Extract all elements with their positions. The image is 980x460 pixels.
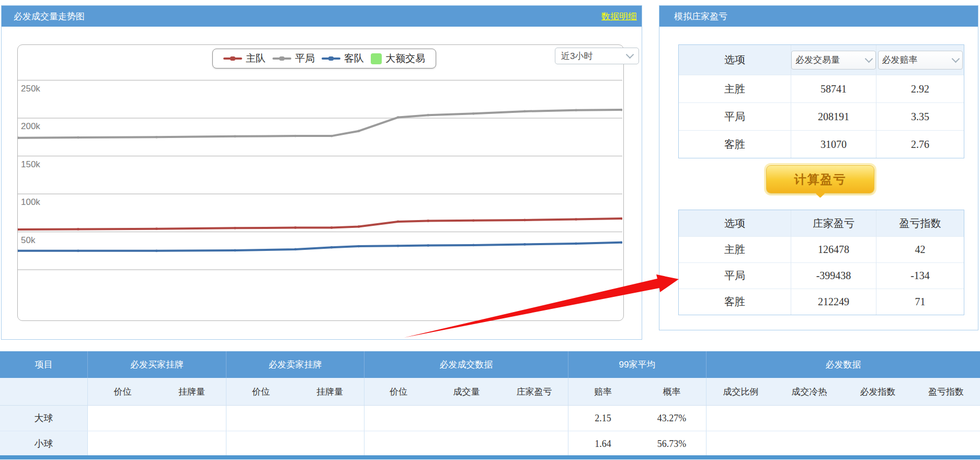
calculate-pnl-button[interactable]: 计算盈亏 [766,165,874,193]
group-header: 必发买家挂牌 [88,351,226,378]
table-cell [364,406,432,431]
chart-panel-title: 必发成交量走势图 [2,10,85,22]
legend-item-draw: 平局 [272,52,315,65]
table-row-over: 大球 2.15 43.27% [0,406,980,431]
table-cell [775,406,844,431]
group-header: 必发卖家挂牌 [226,351,364,378]
table-footer-bar [0,455,980,459]
subheader-cell: 成交量 [432,378,500,405]
table-cell [295,406,364,431]
volume-metric-value: 必发交易量 [795,54,840,66]
series-line-1 [18,110,621,138]
odds-dropdown-cell: 必发交易量 [791,45,876,75]
calculate-pnl-label: 计算盈亏 [794,171,847,188]
avg-prob-cell: 56.73% [637,431,706,456]
legend-item-away: 客队 [322,52,364,65]
legend-bigtrade-swatch [371,53,382,64]
table-row-under: 小球 1.64 56.73% [0,431,980,457]
table-cell [88,406,157,431]
group-header: 必发成交数据 [364,351,568,378]
legend-label-home: 主队 [246,52,266,65]
draw-line-marker-icon [272,58,291,60]
pnl-col-header: 选项 [679,210,791,236]
chevron-down-icon [626,51,634,59]
avg-prob-cell: 43.27% [637,406,706,431]
pnl-value: -399438 [791,262,876,289]
pnl-index-value: 71 [876,289,964,315]
series-line-0 [18,218,621,229]
pnl-col-header: 盈亏指数 [876,210,964,236]
table-cell [706,406,775,431]
odds-row-label: 主胜 [679,75,791,102]
table-cell [706,431,775,456]
pnl-row-label: 客胜 [679,289,791,315]
row-label: 小球 [0,431,88,456]
odds-odds-value: 2.76 [876,130,964,158]
odds-odds-value: 3.35 [876,102,964,130]
subheader-cell: 必发指数 [844,378,912,405]
legend-item-home: 主队 [223,52,266,65]
pnl-panel-title: 模拟庄家盈亏 [659,10,727,22]
svg-text:100k: 100k [21,197,40,207]
chevron-down-icon [951,54,960,63]
simulated-pnl-panel: 模拟庄家盈亏 选项 必发交易量 必发赔率 主胜 58741 2.92 平局 20… [659,5,978,330]
odds-volume-value: 58741 [791,75,876,102]
table-cell [912,406,980,431]
page: 必发成交量走势图 数据明细 250k200k150k100k50k 主队 平局 … [0,0,980,460]
time-range-select[interactable]: 近3小时 [555,48,639,64]
volume-metric-select[interactable]: 必发交易量 [791,51,876,70]
table-cell [844,406,912,431]
table-cell [157,406,226,431]
pnl-value: 126478 [791,236,876,262]
subheader-cell: 价位 [226,378,295,405]
volume-chart-svg: 250k200k150k100k50k [18,45,622,319]
chevron-down-icon [865,54,873,63]
data-detail-link[interactable]: 数据明细 [601,10,642,22]
table-cell [364,431,432,456]
table-cell [500,431,568,456]
series-line-2 [18,243,621,251]
odds-volume-value: 208191 [791,102,876,130]
pnl-row-label: 主胜 [679,236,791,262]
odds-metric-select[interactable]: 必发赔率 [878,51,963,70]
pnl-table: 选项 庄家盈亏 盈亏指数 主胜 126478 42 平局 -399438 -13… [678,210,964,315]
home-line-marker-icon [223,58,242,60]
pnl-index-value: -134 [876,262,964,289]
odds-col-header: 选项 [679,45,791,75]
table-cell [500,406,568,431]
row-label: 大球 [0,406,88,431]
subheader-cell [0,378,88,405]
table-subheader-row: 价位 挂牌量 价位 挂牌量 价位 成交量 庄家盈亏 赔率 概率 成交比例 成交冷… [0,378,980,406]
svg-text:50k: 50k [21,235,36,245]
time-range-value: 近3小时 [561,50,592,62]
odds-volume-value: 31070 [791,130,876,158]
legend-label-draw: 平局 [295,52,315,65]
subheader-cell: 庄家盈亏 [500,378,568,405]
table-cell [775,431,844,456]
pnl-panel-header: 模拟庄家盈亏 [659,6,978,27]
table-cell [432,406,500,431]
subheader-cell: 赔率 [568,378,637,405]
subheader-cell: 挂牌量 [157,378,226,405]
table-cell [157,431,226,456]
avg-odds-cell: 2.15 [568,406,637,431]
chart-box: 250k200k150k100k50k 主队 平局 客队 大额交易 [17,44,624,321]
group-header: 项目 [0,351,88,378]
subheader-cell: 概率 [637,378,706,405]
table-cell [295,431,364,456]
legend-label-away: 客队 [344,52,364,65]
chart-panel-header: 必发成交量走势图 数据明细 [2,6,642,27]
table-cell [912,431,980,456]
odds-row-label: 客胜 [679,130,791,158]
pnl-index-value: 42 [876,236,964,262]
volume-chart-panel: 必发成交量走势图 数据明细 250k200k150k100k50k 主队 平局 … [1,5,642,340]
odds-odds-value: 2.92 [876,75,964,102]
odds-metric-value: 必发赔率 [882,54,918,66]
subheader-cell: 价位 [88,378,157,405]
pnl-row-label: 平局 [679,262,791,289]
subheader-cell: 成交冷热 [775,378,844,405]
svg-text:250k: 250k [21,84,40,94]
odds-dropdown-cell: 必发赔率 [876,45,964,75]
svg-text:200k: 200k [21,121,40,131]
table-cell [432,431,500,456]
